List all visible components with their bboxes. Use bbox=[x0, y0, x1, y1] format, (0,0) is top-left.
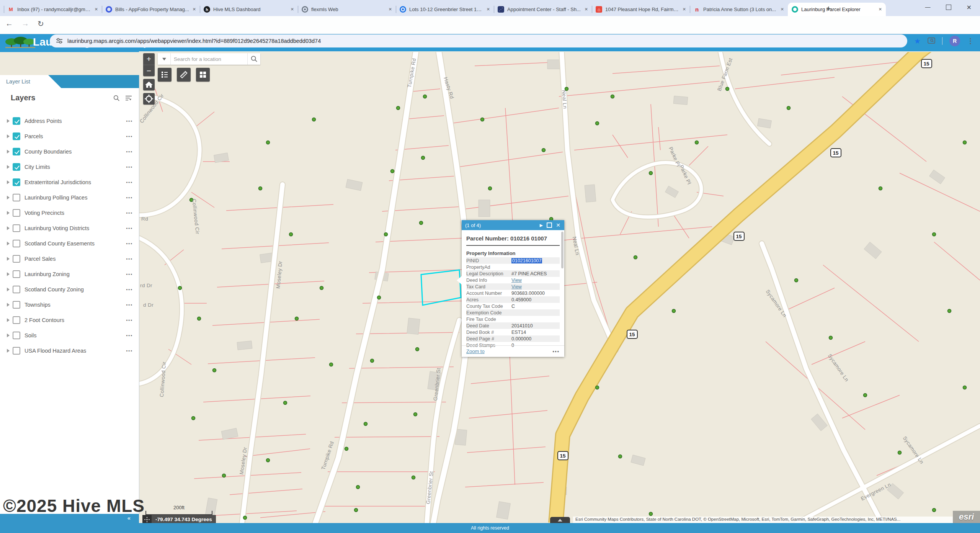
expand-arrow-icon[interactable] bbox=[7, 180, 10, 184]
expand-arrow-icon[interactable] bbox=[7, 150, 10, 154]
selected-parcel-highlight[interactable] bbox=[421, 270, 461, 305]
browser-tab[interactable]: Bills - AppFolio Property Manag... ✕ bbox=[102, 3, 200, 16]
reload-button[interactable]: ↻ bbox=[38, 19, 44, 28]
layer-menu-dots[interactable]: ••• bbox=[126, 149, 133, 154]
coordinate-widget[interactable]: -79.497 34.743 Degrees bbox=[142, 515, 216, 524]
tab-close-icon[interactable]: ✕ bbox=[389, 7, 392, 12]
zoom-out-button[interactable]: − bbox=[143, 65, 155, 77]
forward-button[interactable]: → bbox=[21, 19, 29, 28]
layer-checkbox[interactable] bbox=[13, 286, 20, 293]
site-settings-icon[interactable] bbox=[56, 38, 63, 44]
new-tab-button[interactable]: + bbox=[826, 5, 831, 13]
browser-tab[interactable]: Patricia Anne Sutton (3 Lots on... ✕ bbox=[690, 3, 788, 16]
layer-row[interactable]: Extraterritorial Jurisdictions ••• bbox=[0, 175, 139, 190]
popup-options-dots[interactable]: ••• bbox=[552, 349, 560, 354]
layer-menu-dots[interactable]: ••• bbox=[126, 165, 133, 169]
tab-close-icon[interactable]: ✕ bbox=[879, 7, 882, 12]
browser-tab[interactable]: Inbox (97) - randymccalljr@gma... ✕ bbox=[4, 3, 102, 16]
back-button[interactable]: ← bbox=[5, 19, 13, 28]
browser-tab[interactable]: flexmls Web ✕ bbox=[298, 3, 396, 16]
layer-row[interactable]: USA Flood Hazard Areas ••• bbox=[0, 343, 139, 358]
basemap-gallery-button[interactable] bbox=[196, 68, 210, 82]
layer-search-icon[interactable] bbox=[113, 95, 120, 101]
maximize-icon[interactable] bbox=[547, 222, 552, 228]
expand-arrow-icon[interactable] bbox=[7, 226, 10, 230]
layer-options-icon[interactable] bbox=[125, 95, 132, 101]
zoom-to-link[interactable]: Zoom to bbox=[466, 348, 485, 354]
expand-arrow-icon[interactable] bbox=[7, 119, 10, 123]
layer-menu-dots[interactable]: ••• bbox=[126, 211, 133, 215]
layer-row[interactable]: Parcels ••• bbox=[0, 129, 139, 144]
tab-close-icon[interactable]: ✕ bbox=[291, 7, 294, 12]
profile-avatar[interactable]: R bbox=[949, 36, 960, 46]
bookmark-star-icon[interactable]: ★ bbox=[914, 37, 921, 46]
layer-checkbox[interactable] bbox=[13, 163, 20, 171]
tab-close-icon[interactable]: ✕ bbox=[781, 7, 784, 12]
browser-tab[interactable]: Hive MLS Dashboard ✕ bbox=[200, 3, 298, 16]
layer-menu-dots[interactable]: ••• bbox=[126, 272, 133, 276]
layer-menu-dots[interactable]: ••• bbox=[126, 119, 133, 123]
layer-row[interactable]: Scotland County Easements ••• bbox=[0, 236, 139, 251]
expand-arrow-icon[interactable] bbox=[7, 134, 10, 138]
layer-row[interactable]: Scotland County Zoning ••• bbox=[0, 282, 139, 297]
address-bar[interactable]: laurinburg.maps.arcgis.com/apps/webappvi… bbox=[50, 34, 907, 47]
close-window-button[interactable]: ✕ bbox=[967, 4, 972, 11]
layer-checkbox[interactable] bbox=[13, 255, 20, 263]
legend-button[interactable] bbox=[158, 68, 172, 82]
layer-row[interactable]: Laurinburg Voting Districts ••• bbox=[0, 221, 139, 236]
layer-menu-dots[interactable]: ••• bbox=[126, 180, 133, 185]
layer-checkbox[interactable] bbox=[13, 240, 20, 247]
tab-close-icon[interactable]: ✕ bbox=[95, 7, 98, 12]
expand-arrow-icon[interactable] bbox=[7, 318, 10, 322]
home-extent-button[interactable] bbox=[143, 79, 155, 90]
layer-checkbox[interactable] bbox=[13, 316, 20, 324]
browser-tab[interactable]: Appointment Center - Staff - Sh... ✕ bbox=[494, 3, 592, 16]
browser-tab[interactable]: Laurinburg Parcel Explorer ✕ bbox=[788, 3, 886, 16]
expand-arrow-icon[interactable] bbox=[7, 196, 10, 199]
expand-arrow-icon[interactable] bbox=[7, 272, 10, 276]
layer-menu-dots[interactable]: ••• bbox=[126, 257, 133, 261]
layer-checkbox[interactable] bbox=[13, 132, 20, 140]
search-input[interactable] bbox=[171, 53, 247, 65]
crosshair-icon[interactable] bbox=[142, 515, 152, 524]
layer-menu-dots[interactable]: ••• bbox=[126, 348, 133, 353]
browser-menu-icon[interactable]: ⋮ bbox=[967, 37, 974, 45]
layer-checkbox[interactable] bbox=[13, 209, 20, 217]
expand-arrow-icon[interactable] bbox=[7, 349, 10, 353]
search-source-dropdown[interactable] bbox=[158, 53, 171, 65]
maximize-button[interactable] bbox=[946, 5, 951, 10]
attribute-table-toggle[interactable] bbox=[550, 517, 570, 523]
layer-row[interactable]: Parcel Sales ••• bbox=[0, 251, 139, 266]
layer-menu-dots[interactable]: ••• bbox=[126, 287, 133, 292]
layer-row[interactable]: Voting Precincts ••• bbox=[0, 205, 139, 221]
layer-menu-dots[interactable]: ••• bbox=[126, 333, 133, 338]
minimize-button[interactable]: — bbox=[925, 4, 931, 11]
layer-row[interactable]: Address Points ••• bbox=[0, 113, 139, 129]
layer-row[interactable]: Laurinburg Zoning ••• bbox=[0, 266, 139, 282]
my-location-button[interactable] bbox=[143, 93, 155, 105]
layer-menu-dots[interactable]: ••• bbox=[126, 318, 133, 322]
layer-row[interactable]: County Boundaries ••• bbox=[0, 144, 139, 159]
tab-close-icon[interactable]: ✕ bbox=[193, 7, 196, 12]
layer-checkbox[interactable] bbox=[13, 224, 20, 232]
layer-checkbox[interactable] bbox=[13, 148, 20, 155]
tab-close-icon[interactable]: ✕ bbox=[585, 7, 588, 12]
popup-scrollbar[interactable] bbox=[561, 232, 564, 268]
layer-checkbox[interactable] bbox=[13, 178, 20, 186]
layer-checkbox[interactable] bbox=[13, 301, 20, 309]
next-feature-icon[interactable]: ▶ bbox=[540, 223, 543, 228]
expand-arrow-icon[interactable] bbox=[7, 165, 10, 169]
measurement-button[interactable] bbox=[177, 68, 191, 82]
layer-row[interactable]: 2 Foot Contours ••• bbox=[0, 312, 139, 328]
layer-menu-dots[interactable]: ••• bbox=[126, 195, 133, 200]
tab-close-icon[interactable]: ✕ bbox=[487, 7, 490, 12]
expand-arrow-icon[interactable] bbox=[7, 257, 10, 261]
layer-checkbox[interactable] bbox=[13, 117, 20, 125]
layer-checkbox[interactable] bbox=[13, 347, 20, 355]
expand-arrow-icon[interactable] bbox=[7, 288, 10, 291]
layer-menu-dots[interactable]: ••• bbox=[126, 302, 133, 307]
expand-arrow-icon[interactable] bbox=[7, 242, 10, 245]
expand-arrow-icon[interactable] bbox=[7, 303, 10, 307]
search-button[interactable] bbox=[247, 53, 260, 65]
layer-row[interactable]: Townships ••• bbox=[0, 297, 139, 312]
